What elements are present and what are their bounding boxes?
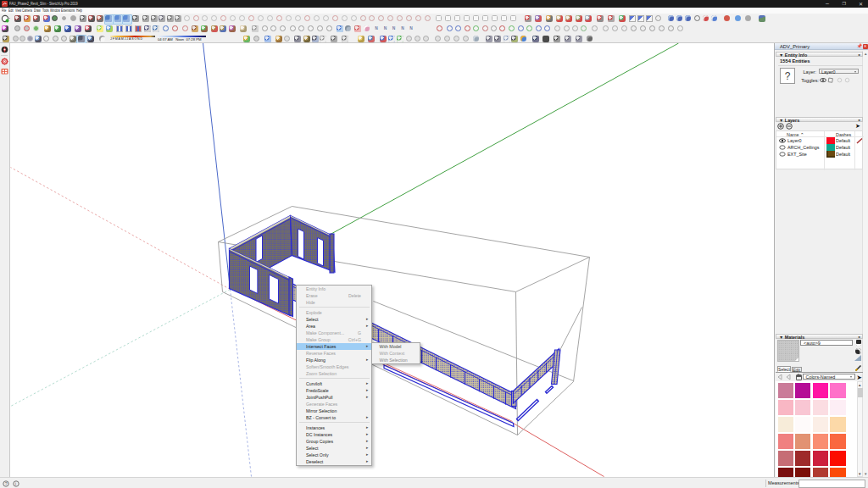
svg-text:i: i <box>15 481 16 486</box>
svg-text:?: ? <box>5 481 8 486</box>
